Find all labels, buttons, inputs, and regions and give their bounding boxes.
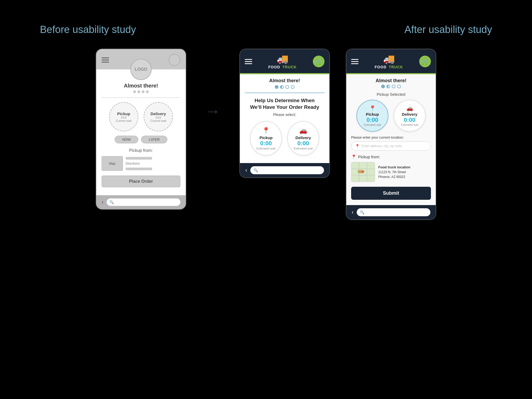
address-name: Food truck location xyxy=(378,165,410,170)
back-arrow-icon[interactable]: ‹ xyxy=(102,199,103,206)
back-arrow-icon[interactable]: ‹ xyxy=(245,167,247,174)
rp-delivery-option[interactable]: 🚗 Delivery 0:00 Estimated wait xyxy=(394,100,426,132)
later-button[interactable]: LATER xyxy=(141,136,167,143)
cp-search-bar[interactable]: 🔍 xyxy=(250,166,324,174)
logo-text: LOGO xyxy=(135,67,147,72)
hamburger-line xyxy=(102,57,109,58)
hamburger-line xyxy=(245,63,252,64)
address-line2: Phoenix, AZ 85022 xyxy=(378,174,410,179)
hamburger-icon[interactable] xyxy=(245,59,252,64)
dot-4 xyxy=(146,90,149,93)
map-label: Map xyxy=(109,162,115,165)
section-labels: Before usability study After usability s… xyxy=(29,24,503,35)
rp-pickup-option[interactable]: 📍 Pickup 0:00 Estimated wait xyxy=(356,100,388,132)
phones-row: LOGO Almost there! Pickup XXX Current wa… xyxy=(29,49,503,220)
truck-icon: 🚚 xyxy=(277,53,289,65)
food-truck-text: FOOD TRUCK xyxy=(268,65,297,69)
almost-there-title: Almost there! xyxy=(245,78,325,84)
truck-icon: 🚚 xyxy=(383,53,395,65)
separator xyxy=(245,93,325,93)
forward-arrow-icon: → xyxy=(205,102,221,120)
now-button[interactable]: NOW xyxy=(115,136,139,143)
svg-point-6 xyxy=(362,171,364,173)
right-phone: 🚚 FOOD TRUCK 🛒 Almost there! Pickup xyxy=(346,49,436,220)
search-icon: 🔍 xyxy=(109,200,114,204)
cart-button[interactable]: 🛒 xyxy=(313,56,325,67)
directions-label: Directions xyxy=(126,162,152,165)
arrow-container: → xyxy=(202,49,223,120)
wf-map-row: Map Directions xyxy=(102,156,180,171)
before-label: Before usability study xyxy=(40,24,136,35)
cp-delivery-option[interactable]: 🚗 Delivery 0:00 Estimated wait xyxy=(287,121,319,156)
place-order-button[interactable]: Place Order xyxy=(102,176,180,187)
food-truck-text: FOOD TRUCK xyxy=(375,65,403,69)
delivery-time: 0:00 xyxy=(404,117,415,123)
cp-options: 📍 Pickup 0:00 Estimated wait 🚗 Delivery … xyxy=(245,121,325,156)
rp-header: 🚚 FOOD TRUCK 🛒 xyxy=(346,49,436,73)
dot-1 xyxy=(275,85,279,89)
delivery-sub2: Current wait xyxy=(150,119,166,122)
progress-dots xyxy=(351,85,431,88)
submit-button[interactable]: Submit xyxy=(351,187,431,200)
search-icon: 🔍 xyxy=(360,210,364,214)
cp-pickup-option[interactable]: 📍 Pickup 0:00 Estimated wait xyxy=(250,121,282,156)
rp-address: Food truck location 11123 N. 7th Street … xyxy=(378,162,410,182)
rp-options: 📍 Pickup 0:00 Estimated wait 🚗 Delivery … xyxy=(351,100,431,132)
delivery-icon: 🚗 xyxy=(299,127,307,134)
after-label: After usability study xyxy=(405,24,492,35)
delivery-sub1: XXX xyxy=(155,116,161,119)
dot-4 xyxy=(397,85,401,88)
map-grid xyxy=(351,162,375,182)
hamburger-line xyxy=(245,61,252,62)
dot-2 xyxy=(280,85,284,89)
help-text: Help Us Determine When We'll Have Your O… xyxy=(245,97,325,110)
wf-title: Almost there! xyxy=(102,83,180,89)
wf-pickup-from-label: Pickup from: xyxy=(102,148,180,153)
pickup-pin-icon: 📍 xyxy=(351,154,356,159)
wf-search-bar[interactable]: 🔍 xyxy=(107,198,180,206)
food-text: FOOD xyxy=(268,65,280,69)
truck-text: TRUCK xyxy=(389,65,403,69)
rp-search-bar[interactable]: 🔍 xyxy=(357,208,430,216)
logo-container: LOGO xyxy=(102,59,180,80)
search-icon: 🔍 xyxy=(253,168,258,172)
cart-button[interactable]: 🛒 xyxy=(419,56,431,67)
back-arrow-icon[interactable]: ‹ xyxy=(352,209,354,216)
hamburger-line xyxy=(245,59,252,60)
pickup-icon: 📍 xyxy=(262,127,270,134)
delivery-icon: 🚗 xyxy=(406,105,413,111)
hamburger-line xyxy=(351,61,359,62)
delivery-time: 0:00 xyxy=(297,140,309,147)
location-input[interactable]: 📍 Enter address, city, zip code xyxy=(351,142,431,151)
dir-line xyxy=(126,157,152,160)
rp-footer: ‹ 🔍 xyxy=(346,205,436,219)
pickup-title: Pickup xyxy=(366,112,379,117)
wf-pickup-option[interactable]: Pickup XXX Current wait xyxy=(109,102,138,131)
pickup-from-label: Pickup from: xyxy=(358,155,380,159)
dot-4 xyxy=(291,85,294,89)
wf-map-box: Map xyxy=(102,156,123,171)
food-text: FOOD xyxy=(375,65,386,69)
pickup-label: Pickup xyxy=(117,111,130,116)
rp-map-info: Food truck location 11123 N. 7th Street … xyxy=(351,162,431,182)
wf-now-later: NOW LATER xyxy=(102,136,180,143)
dot-1 xyxy=(133,90,136,93)
progress-dots xyxy=(245,85,325,89)
hamburger-icon[interactable] xyxy=(351,59,359,64)
dot-2 xyxy=(138,90,140,93)
cp-footer: ‹ 🔍 xyxy=(240,163,329,177)
progress-dots xyxy=(102,90,180,93)
wf-body: LOGO Almost there! Pickup XXX Current wa… xyxy=(96,69,186,195)
dir-line-2 xyxy=(126,168,152,170)
help-text-line1: Help Us Determine When xyxy=(245,97,325,104)
wf-delivery-option[interactable]: Delivery XXX Current wait xyxy=(144,102,173,131)
location-placeholder: Enter address, city, zip code xyxy=(362,144,402,148)
dot-1 xyxy=(381,85,385,88)
location-icon: 📍 xyxy=(355,144,360,148)
wireframe-phone: LOGO Almost there! Pickup XXX Current wa… xyxy=(96,49,186,210)
dot-3 xyxy=(142,90,144,93)
separator xyxy=(102,97,180,98)
page-wrapper: Before usability study After usability s… xyxy=(13,13,519,386)
logo-circle: LOGO xyxy=(130,59,152,80)
pickup-sub1: XXX xyxy=(121,116,127,119)
